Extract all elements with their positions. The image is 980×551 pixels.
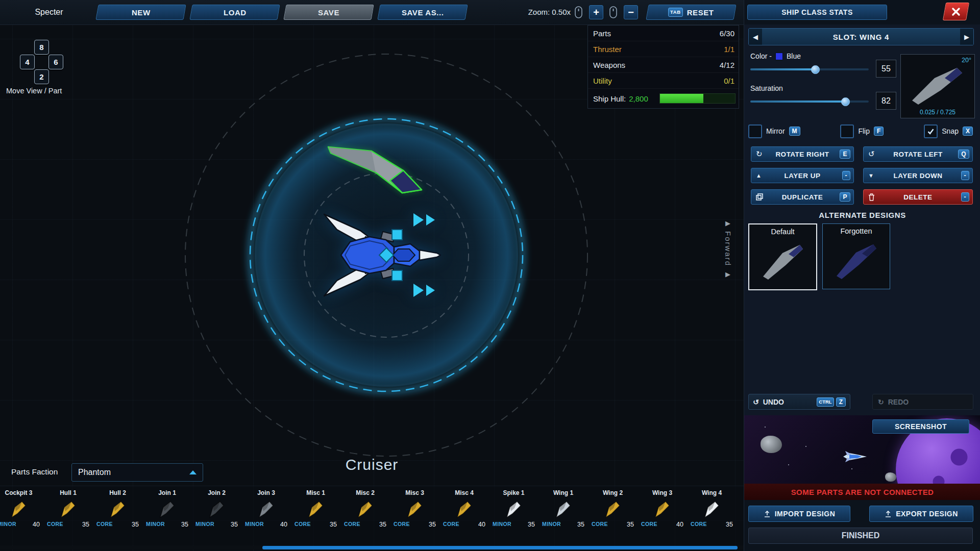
- layer-down-icon: ▼: [868, 172, 874, 179]
- rotate-cw-icon: ↻: [756, 149, 763, 159]
- design-default[interactable]: Default: [748, 223, 817, 290]
- part-name: Misc 4: [455, 489, 474, 496]
- alternate-designs-title: ALTERNATE DESIGNS: [744, 211, 980, 219]
- design-name: Default: [749, 228, 816, 236]
- rotate-left-keycap: Q: [958, 149, 969, 159]
- hull-bar: [659, 93, 736, 104]
- part-name: Misc 1: [306, 489, 325, 496]
- tab-keycap: TAB: [668, 8, 683, 17]
- selected-part-wing4[interactable]: [327, 141, 426, 205]
- save-button[interactable]: SAVE: [283, 5, 374, 20]
- ship-class-stats-button[interactable]: SHIP CLASS STATS: [747, 5, 887, 20]
- hull-label: Ship Hull:: [593, 94, 626, 103]
- stat-row: Weapons4/12: [588, 57, 739, 73]
- saturation-slider-handle[interactable]: [841, 97, 850, 106]
- stat-row: Thruster1/1: [588, 41, 739, 57]
- export-label: EXPORT DESIGN: [896, 510, 958, 518]
- stat-value: 4/12: [720, 61, 734, 69]
- rotate-right-keycap: E: [840, 149, 850, 159]
- part-join-2[interactable]: Join 2MINOR35: [192, 486, 241, 545]
- design-forgotten[interactable]: Forgotten: [822, 223, 890, 289]
- load-label: LOAD: [224, 8, 247, 17]
- forward-indicator: ▶ Forward ▶: [721, 219, 735, 278]
- color-value-box[interactable]: 55: [876, 60, 896, 78]
- part-spike-1[interactable]: Spike 1MINOR35: [489, 486, 538, 545]
- parts-faction-dropdown[interactable]: Phantom: [71, 463, 203, 482]
- toggle-snap: SnapX: [924, 124, 973, 138]
- part-wing-4[interactable]: Wing 4CORE35: [687, 486, 737, 545]
- stat-label: Utility: [593, 77, 612, 85]
- import-design-button[interactable]: IMPORT DESIGN: [748, 506, 850, 522]
- delete-button[interactable]: DELETE -: [863, 189, 973, 205]
- part-type: CORE: [295, 521, 311, 528]
- saturation-value-box[interactable]: 82: [876, 92, 896, 110]
- part-icon: [256, 499, 277, 520]
- finished-button[interactable]: FINISHED: [748, 528, 973, 544]
- reset-view-button[interactable]: TAB RESET: [646, 5, 736, 20]
- rotate-right-button[interactable]: ↻ ROTATE RIGHT E: [751, 146, 854, 162]
- color-slider[interactable]: [750, 65, 869, 73]
- toggle-row: MirrorMFlipFSnapX: [748, 123, 973, 139]
- part-cockpit-3[interactable]: Cockpit 3MINOR40: [0, 486, 43, 545]
- save-as-button[interactable]: SAVE AS...: [377, 5, 468, 20]
- inspector-sidebar: SHIP CLASS STATS ◀ SLOT: WING 4 ▶ Color …: [744, 0, 980, 551]
- undo-button[interactable]: ↺ UNDO CTRL Z: [748, 394, 850, 410]
- part-wing-2[interactable]: Wing 2CORE35: [588, 486, 638, 545]
- part-hull-1[interactable]: Hull 1CORE35: [43, 486, 93, 545]
- delete-keycap: -: [961, 192, 970, 202]
- zoom-in-button[interactable]: +: [589, 5, 603, 19]
- layer-up-button[interactable]: ▲ LAYER UP -: [751, 168, 854, 183]
- slot-next-button[interactable]: ▶: [960, 29, 973, 45]
- new-button[interactable]: NEW: [95, 5, 186, 20]
- part-misc-2[interactable]: Misc 2CORE35: [340, 486, 390, 545]
- mirror-checkbox[interactable]: [748, 124, 762, 138]
- redo-button[interactable]: ↻ REDO: [872, 394, 973, 410]
- close-button[interactable]: [943, 3, 969, 20]
- export-design-button[interactable]: EXPORT DESIGN: [869, 506, 973, 522]
- color-name: Blue: [787, 52, 801, 60]
- part-join-1[interactable]: Join 1MINOR35: [142, 486, 192, 545]
- part-join-3[interactable]: Join 3MINOR40: [241, 486, 291, 545]
- rotate-ccw-icon: ↺: [868, 149, 875, 159]
- ship-thrust-marker: [413, 213, 424, 227]
- rotate-left-button[interactable]: ↺ ROTATE LEFT Q: [863, 146, 973, 162]
- part-icon: [355, 499, 376, 520]
- part-misc-4[interactable]: Misc 4CORE40: [439, 486, 489, 545]
- slot-prev-button[interactable]: ◀: [749, 29, 762, 45]
- duplicate-button[interactable]: DUPLICATE P: [751, 189, 854, 205]
- star: [788, 464, 789, 465]
- part-icon: [306, 499, 326, 520]
- part-coords: 0.025 / 0.725: [901, 109, 974, 116]
- screenshot-button[interactable]: SCREENSHOT: [872, 419, 969, 434]
- part-wing-1[interactable]: Wing 1MINOR35: [538, 486, 588, 545]
- parts-scrollbar-track[interactable]: [0, 546, 744, 549]
- flip-checkbox[interactable]: [840, 124, 854, 138]
- layer-down-button[interactable]: ▼ LAYER DOWN -: [863, 168, 973, 183]
- part-wing-3[interactable]: Wing 3CORE40: [638, 486, 687, 545]
- part-misc-1[interactable]: Misc 1CORE35: [291, 486, 340, 545]
- star: [805, 446, 806, 447]
- saturation-slider[interactable]: [750, 97, 869, 106]
- part-misc-3[interactable]: Misc 3CORE35: [390, 486, 439, 545]
- color-slider-handle[interactable]: [811, 65, 820, 74]
- part-type: CORE: [641, 521, 657, 528]
- undo-label: UNDO: [763, 398, 784, 406]
- rotate-right-label: ROTATE RIGHT: [775, 151, 829, 158]
- layer-up-label: LAYER UP: [784, 172, 820, 180]
- part-type: CORE: [344, 521, 360, 528]
- part-hull-2[interactable]: Hull 2CORE35: [93, 486, 142, 545]
- snap-checkbox[interactable]: [924, 124, 938, 138]
- part-cost: 35: [627, 521, 634, 528]
- ship-module-top: [392, 230, 402, 240]
- duplicate-label: DUPLICATE: [782, 193, 823, 201]
- zoom-out-button[interactable]: −: [624, 5, 638, 19]
- ship-model[interactable]: [323, 211, 450, 299]
- saturation-label: Saturation: [750, 84, 783, 92]
- parts-scrollbar-thumb[interactable]: [262, 546, 738, 549]
- minus-icon: −: [628, 7, 634, 17]
- save-as-label: SAVE AS...: [402, 8, 444, 17]
- ship-thrust-marker: [426, 285, 435, 296]
- part-name: Wing 4: [702, 489, 722, 496]
- load-button[interactable]: LOAD: [189, 5, 280, 20]
- ship-name: Specter: [18, 0, 80, 24]
